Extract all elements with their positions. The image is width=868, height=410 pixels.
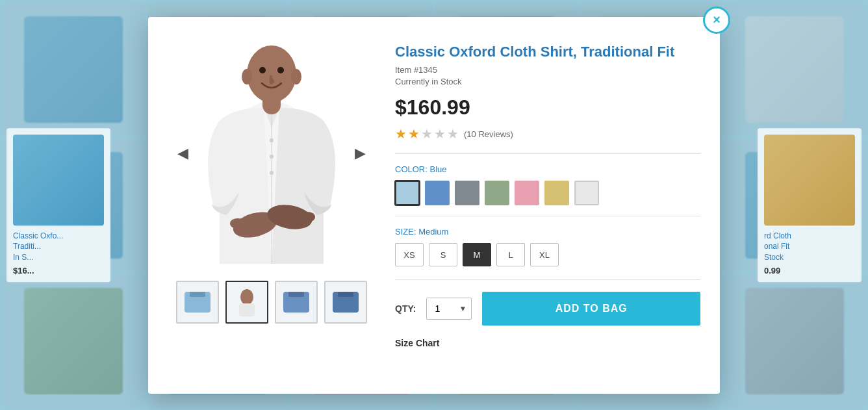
qty-bag-row: QTY: 1 2 3 4 5 ▼ ADD TO BAG <box>395 292 700 326</box>
color-swatch-green[interactable] <box>485 181 509 205</box>
svg-point-13 <box>270 138 274 142</box>
product-price: $160.99 <box>395 96 700 120</box>
divider-1 <box>395 153 700 154</box>
svg-point-5 <box>230 218 246 229</box>
size-chart-link[interactable]: Size Chart <box>395 338 439 348</box>
review-count[interactable]: (10 Reviews) <box>464 129 513 139</box>
qty-select[interactable]: 1 2 3 4 5 <box>426 298 472 320</box>
color-section: COLOR: Blue <box>395 164 700 205</box>
size-buttons: XS S M L XL <box>395 243 700 266</box>
add-to-bag-button[interactable]: ADD TO BAG <box>482 292 700 326</box>
svg-rect-23 <box>338 292 353 297</box>
size-xl[interactable]: XL <box>530 243 559 266</box>
next-image-button[interactable]: ▶ <box>351 142 369 165</box>
divider-2 <box>395 216 700 216</box>
product-main-image <box>194 43 350 264</box>
svg-rect-21 <box>288 292 304 297</box>
modal-backdrop: × ◀ <box>0 0 868 410</box>
star-2: ★ <box>408 126 420 142</box>
svg-point-9 <box>242 69 252 84</box>
info-section: Classic Oxford Cloth Shirt, Traditional … <box>395 36 700 374</box>
color-swatch-pink[interactable] <box>515 181 539 205</box>
svg-point-8 <box>247 45 296 103</box>
thumbnail-3[interactable] <box>275 281 318 324</box>
thumbnail-1[interactable] <box>176 281 219 324</box>
svg-point-14 <box>270 155 274 159</box>
reviews-row: ★ ★ ★ ★ ★ (10 Reviews) <box>395 126 700 142</box>
svg-point-15 <box>270 171 274 175</box>
product-title: Classic Oxford Cloth Shirt, Traditional … <box>395 43 700 62</box>
size-l[interactable]: L <box>496 243 525 266</box>
color-swatch-blue-mid[interactable] <box>425 181 450 205</box>
qty-select-wrapper: 1 2 3 4 5 ▼ <box>426 298 472 320</box>
star-5: ★ <box>447 126 459 142</box>
divider-3 <box>395 279 700 280</box>
star-3: ★ <box>421 126 433 142</box>
color-swatch-blue-light[interactable] <box>395 181 420 205</box>
stock-status: Currently in Stock <box>395 77 700 86</box>
svg-point-12 <box>277 67 284 73</box>
thumbnails-row <box>176 281 367 324</box>
svg-point-6 <box>300 212 315 222</box>
size-section: SIZE: Medium XS S M L XL <box>395 227 700 266</box>
color-label: COLOR: Blue <box>395 164 700 174</box>
size-m[interactable]: M <box>463 243 491 266</box>
close-button[interactable]: × <box>703 6 730 34</box>
color-swatches <box>395 181 700 205</box>
size-s[interactable]: S <box>429 243 457 266</box>
item-number: Item #1345 <box>395 65 700 75</box>
product-modal: × ◀ <box>148 17 720 394</box>
svg-point-18 <box>240 289 253 305</box>
prev-image-button[interactable]: ◀ <box>174 142 192 165</box>
star-1: ★ <box>395 126 407 142</box>
selected-size: Medium <box>418 227 448 237</box>
thumbnail-2[interactable] <box>225 281 268 324</box>
color-swatch-gray[interactable] <box>455 181 479 205</box>
svg-rect-17 <box>190 292 205 297</box>
size-label: SIZE: Medium <box>395 227 700 237</box>
color-swatch-white[interactable] <box>574 181 599 205</box>
main-image-container: ◀ <box>174 36 369 270</box>
thumbnail-4[interactable] <box>324 281 367 324</box>
color-swatch-gold[interactable] <box>544 181 569 205</box>
star-4: ★ <box>434 126 446 142</box>
star-rating[interactable]: ★ ★ ★ ★ ★ <box>395 126 459 142</box>
qty-label: QTY: <box>395 303 416 314</box>
size-xs[interactable]: XS <box>395 243 424 266</box>
image-section: ◀ <box>168 36 376 374</box>
svg-point-11 <box>259 67 266 73</box>
svg-rect-19 <box>239 303 255 316</box>
selected-color: Blue <box>429 164 446 174</box>
svg-point-10 <box>291 69 301 84</box>
